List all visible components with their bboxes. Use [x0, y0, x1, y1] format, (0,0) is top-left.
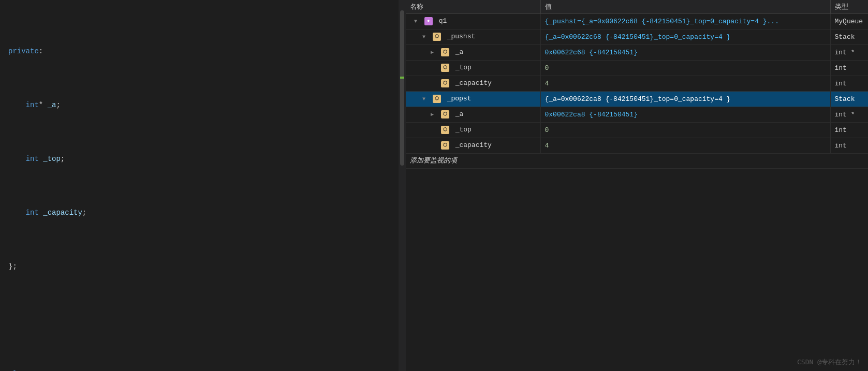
struct-icon: ⬡ [433, 95, 441, 103]
row-name: ● q1 [406, 14, 540, 29]
struct-icon: ⬡ [433, 33, 441, 41]
code-line [0, 314, 399, 327]
row-value: {_a=0x00622ca8 {-842150451}_top=0_capaci… [540, 92, 830, 107]
table-row[interactable]: ▶ ⬡ _capacity 4 int [406, 138, 868, 154]
row-name: ▶ ⬡ _top [406, 61, 540, 76]
table-row[interactable]: ▶ ⬡ _top 0 int [406, 61, 868, 76]
row-name: ▶ ⬡ _capacity [406, 138, 540, 154]
row-value: 4 [540, 76, 830, 92]
code-line: class MyQueue [0, 367, 399, 371]
table-row[interactable]: ▶ ⬡ _capacity 4 int [406, 76, 868, 92]
code-line: int _top; [0, 152, 399, 166]
row-value: {_a=0x00622c68 {-842150451}_top=0_capaci… [540, 29, 830, 45]
row-value: {_pushst={_a=0x00622c68 {-842150451}_top… [540, 14, 830, 29]
struct-icon: ⬡ [441, 141, 449, 150]
struct-icon: ⬡ [441, 110, 449, 118]
code-line: private: [0, 44, 399, 58]
row-name: ▶ ⬡ _top [406, 123, 540, 138]
row-type: MyQueue [830, 14, 868, 29]
struct-icon: ⬡ [441, 48, 449, 56]
tree-expand-icon[interactable] [414, 16, 420, 27]
col-value: 值 [540, 0, 830, 14]
row-type: Stack [830, 29, 868, 45]
row-type: int * [830, 45, 868, 61]
struct-icon: ⬡ [441, 64, 449, 72]
table-row[interactable]: ⬡ _popst {_a=0x00622ca8 {-842150451}_top… [406, 92, 868, 107]
watermark: CSDN @专科在努力！ [797, 358, 862, 367]
row-name: ▶ ⬡ _capacity [406, 76, 540, 92]
row-type: int [830, 76, 868, 92]
obj-icon: ● [424, 17, 433, 25]
row-name: ⬡ _a [406, 45, 540, 61]
tree-expand-icon[interactable] [422, 32, 429, 43]
row-type: int * [830, 107, 868, 123]
row-value: 0x00622c68 {-842150451} [540, 45, 830, 61]
scrollbar[interactable] [399, 0, 406, 371]
row-type: int [830, 61, 868, 76]
table-header-row: 名称 值 类型 [406, 0, 868, 14]
scrollbar-thumb[interactable] [400, 10, 404, 166]
row-type: Stack [830, 92, 868, 107]
tree-expand-icon[interactable] [431, 109, 437, 121]
table-row[interactable]: ● q1 {_pushst={_a=0x00622c68 {-842150451… [406, 14, 868, 29]
row-name: ⬡ _popst [406, 92, 540, 107]
code-line: }; [0, 260, 399, 273]
row-value: 0 [540, 61, 830, 76]
watch-pane: 名称 值 类型 ● q1 {_pushst={_a=0x00622c68 {-8… [406, 0, 868, 371]
table-row[interactable]: ⬡ _a 0x00622c68 {-842150451} int * [406, 45, 868, 61]
table-row[interactable]: ▶ ⬡ _top 0 int [406, 123, 868, 138]
row-name: ⬡ _a [406, 107, 540, 123]
row-name: ⬡ _pushst [406, 29, 540, 45]
scroll-indicator [400, 77, 404, 79]
tree-expand-icon[interactable] [422, 94, 429, 105]
col-name: 名称 [406, 0, 540, 14]
tree-expand-icon[interactable] [431, 47, 437, 58]
code-line: int* _a; [0, 98, 399, 112]
row-value: 0 [540, 123, 830, 138]
add-watch-label[interactable]: 添加要监视的项 [406, 154, 868, 169]
row-type: int [830, 123, 868, 138]
struct-icon: ⬡ [441, 79, 449, 87]
row-value: 0x00622ca8 {-842150451} [540, 107, 830, 123]
code-content: private: int* _a; int _top; int _capacit… [0, 0, 399, 371]
add-watch-row[interactable]: 添加要监视的项 [406, 154, 868, 169]
col-type: 类型 [830, 0, 868, 14]
table-row[interactable]: ⬡ _a 0x00622ca8 {-842150451} int * [406, 107, 868, 123]
struct-icon: ⬡ [441, 126, 449, 134]
row-value: 4 [540, 138, 830, 154]
table-row[interactable]: ⬡ _pushst {_a=0x00622c68 {-842150451}_to… [406, 29, 868, 45]
code-line: int _capacity; [0, 206, 399, 219]
row-type: int [830, 138, 868, 154]
watch-table: 名称 值 类型 ● q1 {_pushst={_a=0x00622c68 {-8… [406, 0, 868, 169]
code-editor[interactable]: private: int* _a; int _top; int _capacit… [0, 0, 399, 371]
